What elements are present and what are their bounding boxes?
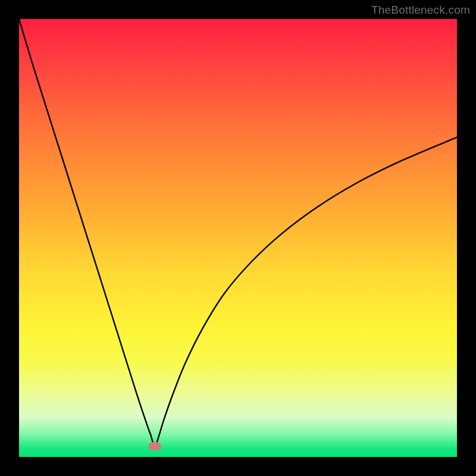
watermark-text: TheBottleneck.com [371, 4, 470, 17]
plot-area [19, 19, 457, 457]
bottleneck-curve [19, 19, 457, 457]
chart-frame: TheBottleneck.com [0, 0, 476, 476]
